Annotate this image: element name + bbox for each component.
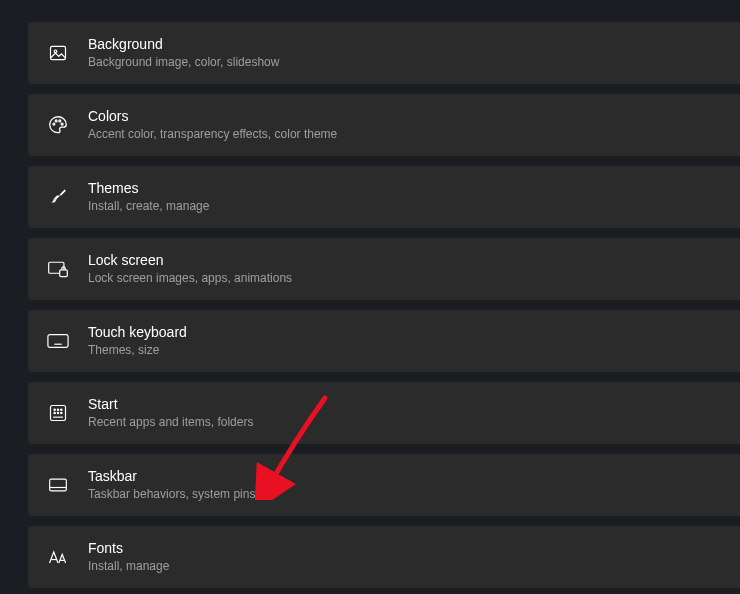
settings-item-text: Lock screen Lock screen images, apps, an… (88, 252, 292, 286)
settings-item-subtitle: Themes, size (88, 343, 187, 358)
settings-item-text: Themes Install, create, manage (88, 180, 209, 214)
svg-point-3 (55, 120, 57, 122)
settings-item-taskbar[interactable]: Taskbar Taskbar behaviors, system pins (28, 454, 740, 516)
settings-item-subtitle: Install, manage (88, 559, 169, 574)
settings-item-title: Fonts (88, 540, 169, 558)
settings-item-text: Fonts Install, manage (88, 540, 169, 574)
settings-item-text: Background Background image, color, slid… (88, 36, 279, 70)
settings-item-subtitle: Lock screen images, apps, animations (88, 271, 292, 286)
palette-icon (46, 113, 70, 137)
paintbrush-icon (46, 185, 70, 209)
picture-icon (46, 41, 70, 65)
svg-rect-30 (50, 479, 67, 491)
settings-item-text: Taskbar Taskbar behaviors, system pins (88, 468, 255, 502)
svg-point-23 (54, 409, 55, 410)
fonts-icon (46, 545, 70, 569)
settings-item-title: Background (88, 36, 279, 54)
settings-item-subtitle: Install, create, manage (88, 199, 209, 214)
settings-item-title: Lock screen (88, 252, 292, 270)
svg-point-25 (61, 409, 62, 410)
settings-item-background[interactable]: Background Background image, color, slid… (28, 22, 740, 84)
settings-item-lock-screen[interactable]: Lock screen Lock screen images, apps, an… (28, 238, 740, 300)
taskbar-icon (46, 473, 70, 497)
settings-item-start[interactable]: Start Recent apps and items, folders (28, 382, 740, 444)
settings-item-subtitle: Recent apps and items, folders (88, 415, 253, 430)
settings-item-touch-keyboard[interactable]: Touch keyboard Themes, size (28, 310, 740, 372)
settings-item-text: Touch keyboard Themes, size (88, 324, 187, 358)
svg-point-26 (54, 412, 55, 413)
settings-item-fonts[interactable]: Fonts Install, manage (28, 526, 740, 588)
svg-rect-8 (48, 335, 68, 348)
settings-item-subtitle: Accent color, transparency effects, colo… (88, 127, 337, 142)
svg-point-5 (61, 123, 63, 125)
settings-item-colors[interactable]: Colors Accent color, transparency effect… (28, 94, 740, 156)
lock-screen-icon (46, 257, 70, 281)
svg-point-27 (57, 412, 58, 413)
settings-item-title: Taskbar (88, 468, 255, 486)
svg-point-2 (53, 123, 55, 125)
settings-item-themes[interactable]: Themes Install, create, manage (28, 166, 740, 228)
personalization-settings-list: Background Background image, color, slid… (0, 0, 740, 588)
keyboard-icon (46, 329, 70, 353)
settings-item-title: Themes (88, 180, 209, 198)
svg-rect-0 (51, 46, 66, 59)
svg-point-24 (57, 409, 58, 410)
settings-item-title: Colors (88, 108, 337, 126)
settings-item-title: Touch keyboard (88, 324, 187, 342)
svg-point-28 (61, 412, 62, 413)
start-grid-icon (46, 401, 70, 425)
svg-rect-7 (60, 270, 68, 277)
svg-point-4 (59, 120, 61, 122)
settings-item-subtitle: Taskbar behaviors, system pins (88, 487, 255, 502)
settings-item-text: Start Recent apps and items, folders (88, 396, 253, 430)
settings-item-title: Start (88, 396, 253, 414)
settings-item-subtitle: Background image, color, slideshow (88, 55, 279, 70)
settings-item-text: Colors Accent color, transparency effect… (88, 108, 337, 142)
